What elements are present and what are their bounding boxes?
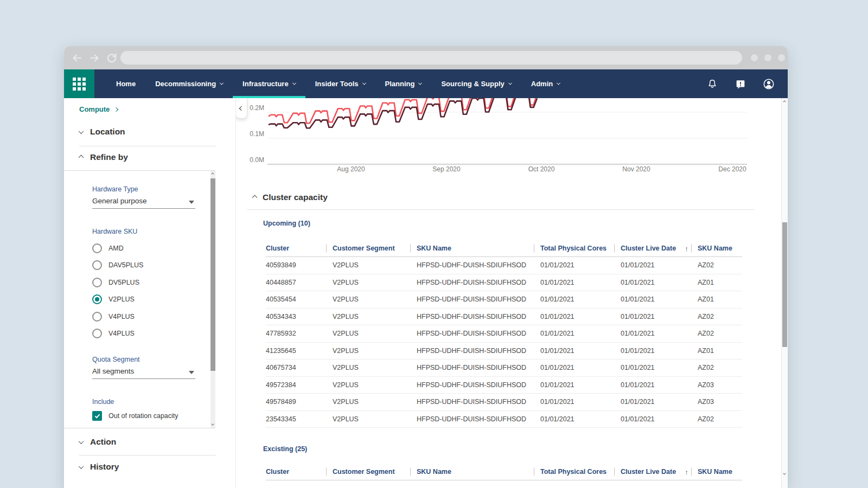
nav-item-admin[interactable]: Admin	[521, 69, 570, 98]
radio-icon[interactable]	[92, 329, 102, 338]
notifications-button[interactable]	[705, 77, 719, 91]
table-cell: V2PLUS	[333, 325, 417, 342]
column-header-sku-name-2[interactable]: SKU Name	[417, 464, 540, 480]
checkmark-icon	[94, 413, 100, 418]
radio-option-label: DAV5PLUS	[108, 261, 143, 269]
radio-icon[interactable]	[92, 243, 102, 253]
sort-ascending-icon[interactable]: ↑	[685, 468, 688, 476]
browser-reload-button[interactable]	[104, 50, 119, 66]
radio-icon[interactable]	[92, 312, 102, 322]
table-cell: 01/01/2021	[540, 394, 621, 410]
radio-selected-icon[interactable]	[92, 294, 102, 304]
table-row[interactable]: 41235645V2PLUSHFPSD-UDHF-DUISH-SDIUFHSOD…	[266, 343, 742, 360]
table-row[interactable]: 49578489V2PLUSHFPSD-UDHF-DUISH-SDIUFHSOD…	[266, 394, 742, 411]
radio-option-v2plus-3[interactable]: V2PLUS	[92, 291, 143, 309]
section-action[interactable]: Action	[79, 437, 116, 447]
radio-option-amd-0[interactable]: AMD	[92, 240, 143, 257]
section-refine-by[interactable]: Refine by	[79, 152, 128, 162]
table-cell: V2PLUS	[333, 274, 417, 291]
column-header-sku-name-5[interactable]: SKU Name	[698, 464, 742, 480]
hardware-type-dropdown[interactable]: General purpose	[92, 197, 195, 209]
column-header-sku-name-2[interactable]: SKU Name	[417, 240, 540, 256]
column-header-cluster-0[interactable]: Cluster	[266, 240, 333, 256]
column-separator	[691, 468, 692, 476]
scroll-up-icon[interactable]	[211, 172, 214, 176]
table-row[interactable]: 40593849V2PLUSHFPSD-UDHF-DUISH-SDIUFHSOD…	[266, 257, 742, 274]
table-cell: AZ02	[698, 359, 742, 376]
column-header-customer-segment-1[interactable]: Customer Segment	[333, 464, 417, 480]
browser-back-button[interactable]	[69, 50, 85, 66]
cluster-capacity-header[interactable]: Cluster capacity	[253, 192, 328, 202]
quota-segment-value: All segments	[92, 367, 134, 375]
browser-forward-button[interactable]	[87, 50, 102, 66]
column-header-label: Cluster Live Date	[621, 468, 676, 476]
table-row[interactable]: 40535454V2PLUSHFPSD-UDHF-DUISH-SDIUFHSOD…	[266, 291, 742, 309]
radio-option-dv5plus-2[interactable]: DV5PLUS	[92, 274, 143, 291]
page-scrollbar-thumb[interactable]	[782, 222, 787, 347]
table-row[interactable]: 47785932V2PLUSHFPSD-UDHF-DUISH-SDIUFHSOD…	[266, 325, 742, 343]
column-separator	[534, 245, 534, 253]
column-separator	[326, 245, 327, 253]
panel-scrollbar-thumb[interactable]	[210, 178, 215, 371]
scroll-down-icon[interactable]	[783, 472, 786, 475]
column-separator	[614, 468, 615, 476]
toolbar-dot	[778, 54, 785, 61]
radio-option-v4plus-4[interactable]: V4PLUS	[92, 308, 143, 325]
radio-icon[interactable]	[92, 260, 102, 270]
checkbox-label: Out of rotation capacity	[108, 412, 178, 420]
account-button[interactable]	[762, 77, 776, 91]
browser-toolbar	[64, 46, 788, 69]
table-cell: V2PLUS	[333, 291, 417, 308]
chevron-down-icon	[79, 129, 84, 134]
nav-item-home[interactable]: Home	[106, 69, 145, 98]
hardware-type-value: General purpose	[92, 197, 147, 205]
column-header-total-physical-cores-3[interactable]: Total Physical Cores	[540, 464, 621, 480]
column-header-total-physical-cores-3[interactable]: Total Physical Cores	[540, 240, 621, 256]
radio-icon[interactable]	[92, 278, 102, 287]
nav-item-planning[interactable]: Planning	[375, 69, 432, 98]
nav-item-sourcing-supply[interactable]: Sourcing & Supply	[431, 69, 521, 98]
nav-item-infrastructure[interactable]: Infrastructure	[233, 69, 305, 98]
hardware-type-label: Hardware Type	[92, 185, 138, 193]
column-header-cluster-0[interactable]: Cluster	[266, 464, 333, 480]
sidebar-collapse-button[interactable]	[236, 98, 247, 119]
feedback-button[interactable]	[733, 77, 748, 91]
capacity-line-chart	[236, 98, 784, 181]
column-header-customer-segment-1[interactable]: Customer Segment	[333, 240, 417, 256]
scroll-down-icon[interactable]	[211, 422, 214, 426]
table-cell: HFPSD-UDHF-DUISH-SDIUFHSOD	[417, 394, 540, 410]
column-header-cluster-live-date-4[interactable]: Cluster Live Date↑	[621, 240, 698, 256]
column-header-label: Customer Segment	[333, 245, 395, 252]
section-location[interactable]: Location	[79, 127, 125, 137]
breadcrumb-compute[interactable]: Compute	[79, 105, 118, 113]
column-header-sku-name-5[interactable]: SKU Name	[698, 240, 742, 256]
panel-scrollbar[interactable]	[210, 171, 215, 428]
app-launcher-button[interactable]	[64, 69, 94, 98]
address-bar[interactable]	[120, 51, 742, 65]
scroll-up-icon[interactable]	[783, 100, 786, 104]
nav-item-decommissioning[interactable]: Decommissioning	[145, 69, 233, 98]
out-of-rotation-checkbox-row[interactable]: Out of rotation capacity	[92, 411, 178, 421]
chevron-down-icon	[362, 81, 366, 85]
quota-segment-dropdown[interactable]: All segments	[92, 367, 195, 379]
section-history[interactable]: History	[79, 462, 119, 472]
nav-item-insider-tools[interactable]: Insider Tools	[305, 69, 375, 98]
column-header-cluster-live-date-4[interactable]: Cluster Live Date↑	[621, 464, 698, 480]
table-row[interactable]: 40534343V2PLUSHFPSD-UDHF-DUISH-SDIUFHSOD…	[266, 309, 742, 326]
page-scrollbar[interactable]	[781, 98, 788, 488]
radio-option-v4plus-5[interactable]: V4PLUS	[92, 325, 143, 343]
table-cell: 01/01/2021	[621, 309, 698, 325]
checkbox-checked[interactable]	[92, 411, 102, 421]
table-row[interactable]: 49572384V2PLUSHFPSD-UDHF-DUISH-SDIUFHSOD…	[266, 377, 742, 394]
column-header-label: Cluster Live Date	[621, 245, 676, 252]
radio-option-label: V4PLUS	[108, 330, 135, 337]
table-row[interactable]: 23543345V2PLUSHFPSD-UDHF-DUISH-SDIUFHSOD…	[266, 411, 742, 428]
sort-ascending-icon[interactable]: ↑	[685, 245, 688, 253]
table-row[interactable]: 40448857V2PLUSHFPSD-UDHF-DUISH-SDIUFHSOD…	[266, 274, 742, 292]
dropdown-caret-icon	[189, 371, 194, 374]
table-row[interactable]: 40675734V2PLUSHFPSD-UDHF-DUISH-SDIUFHSOD…	[266, 359, 742, 377]
table-cell: 01/01/2021	[540, 377, 621, 394]
table-cell: 40675734	[266, 359, 333, 376]
radio-option-dav5plus-1[interactable]: DAV5PLUS	[92, 257, 143, 274]
toolbar-dot	[751, 54, 758, 61]
